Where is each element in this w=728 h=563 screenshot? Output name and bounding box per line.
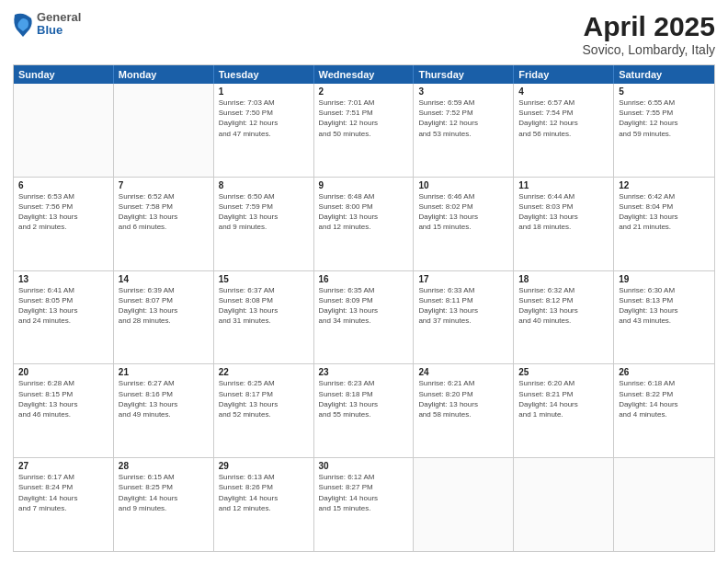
day-info-6: Sunrise: 6:53 AM Sunset: 7:56 PM Dayligh…: [18, 191, 108, 233]
day-number-12: 12: [619, 180, 710, 190]
calendar: SundayMondayTuesdayWednesdayThursdayFrid…: [13, 64, 715, 552]
empty-cell-0-1: [114, 84, 214, 177]
day-cell-5: 5Sunrise: 6:55 AM Sunset: 7:55 PM Daylig…: [614, 84, 714, 177]
day-cell-29: 29Sunrise: 6:13 AM Sunset: 8:26 PM Dayli…: [214, 458, 314, 551]
day-cell-18: 18Sunrise: 6:32 AM Sunset: 8:12 PM Dayli…: [514, 271, 614, 364]
header-cell-wednesday: Wednesday: [314, 65, 415, 84]
header-cell-thursday: Thursday: [414, 65, 514, 84]
calendar-row-3: 20Sunrise: 6:28 AM Sunset: 8:15 PM Dayli…: [14, 364, 714, 458]
day-info-2: Sunrise: 7:01 AM Sunset: 7:51 PM Dayligh…: [319, 98, 409, 139]
day-info-16: Sunrise: 6:35 AM Sunset: 8:09 PM Dayligh…: [319, 285, 409, 327]
day-cell-16: 16Sunrise: 6:35 AM Sunset: 8:09 PM Dayli…: [314, 271, 415, 364]
day-info-3: Sunrise: 6:59 AM Sunset: 7:52 PM Dayligh…: [418, 98, 508, 139]
day-cell-14: 14Sunrise: 6:39 AM Sunset: 8:07 PM Dayli…: [114, 271, 214, 364]
day-cell-11: 11Sunrise: 6:44 AM Sunset: 8:03 PM Dayli…: [514, 178, 614, 270]
day-cell-19: 19Sunrise: 6:30 AM Sunset: 8:13 PM Dayli…: [614, 271, 714, 364]
day-cell-23: 23Sunrise: 6:23 AM Sunset: 8:18 PM Dayli…: [314, 364, 415, 457]
day-info-18: Sunrise: 6:32 AM Sunset: 8:12 PM Dayligh…: [518, 285, 609, 327]
day-info-22: Sunrise: 6:25 AM Sunset: 8:17 PM Dayligh…: [219, 378, 309, 419]
page: General Blue April 2025 Sovico, Lombardy…: [0, 0, 728, 563]
day-number-15: 15: [219, 274, 309, 284]
day-cell-17: 17Sunrise: 6:33 AM Sunset: 8:11 PM Dayli…: [414, 271, 514, 364]
day-cell-3: 3Sunrise: 6:59 AM Sunset: 7:52 PM Daylig…: [414, 84, 514, 177]
day-cell-15: 15Sunrise: 6:37 AM Sunset: 8:08 PM Dayli…: [214, 271, 314, 364]
day-info-25: Sunrise: 6:20 AM Sunset: 8:21 PM Dayligh…: [518, 378, 609, 419]
day-number-16: 16: [319, 274, 409, 284]
day-cell-26: 26Sunrise: 6:18 AM Sunset: 8:22 PM Dayli…: [614, 364, 714, 457]
day-info-10: Sunrise: 6:46 AM Sunset: 8:02 PM Dayligh…: [418, 191, 508, 233]
day-cell-12: 12Sunrise: 6:42 AM Sunset: 8:04 PM Dayli…: [614, 178, 714, 270]
calendar-row-4: 27Sunrise: 6:17 AM Sunset: 8:24 PM Dayli…: [14, 458, 714, 551]
day-number-23: 23: [319, 367, 409, 377]
header-cell-monday: Monday: [114, 65, 214, 84]
day-cell-30: 30Sunrise: 6:12 AM Sunset: 8:27 PM Dayli…: [314, 458, 415, 551]
day-number-22: 22: [219, 367, 309, 377]
day-number-6: 6: [18, 180, 108, 190]
day-number-28: 28: [119, 461, 209, 471]
day-info-8: Sunrise: 6:50 AM Sunset: 7:59 PM Dayligh…: [219, 191, 309, 233]
logo-text: General Blue: [37, 11, 81, 38]
logo: General Blue: [13, 11, 81, 38]
day-number-24: 24: [418, 367, 508, 377]
header-cell-saturday: Saturday: [614, 65, 714, 84]
header-cell-tuesday: Tuesday: [214, 65, 314, 84]
day-info-28: Sunrise: 6:15 AM Sunset: 8:25 PM Dayligh…: [119, 472, 209, 513]
day-number-5: 5: [619, 86, 710, 97]
day-number-30: 30: [319, 461, 409, 471]
main-title: April 2025: [583, 11, 715, 42]
header: General Blue April 2025 Sovico, Lombardy…: [13, 11, 715, 57]
day-number-19: 19: [619, 274, 710, 284]
day-cell-9: 9Sunrise: 6:48 AM Sunset: 8:00 PM Daylig…: [314, 178, 415, 270]
empty-cell-4-5: [514, 458, 614, 551]
day-cell-22: 22Sunrise: 6:25 AM Sunset: 8:17 PM Dayli…: [214, 364, 314, 457]
day-info-24: Sunrise: 6:21 AM Sunset: 8:20 PM Dayligh…: [418, 378, 508, 419]
day-cell-2: 2Sunrise: 7:01 AM Sunset: 7:51 PM Daylig…: [314, 84, 415, 177]
day-info-29: Sunrise: 6:13 AM Sunset: 8:26 PM Dayligh…: [219, 472, 309, 513]
day-cell-24: 24Sunrise: 6:21 AM Sunset: 8:20 PM Dayli…: [414, 364, 514, 457]
day-info-17: Sunrise: 6:33 AM Sunset: 8:11 PM Dayligh…: [418, 285, 508, 327]
subtitle: Sovico, Lombardy, Italy: [583, 42, 715, 57]
day-info-14: Sunrise: 6:39 AM Sunset: 8:07 PM Dayligh…: [119, 285, 209, 327]
calendar-body: 1Sunrise: 7:03 AM Sunset: 7:50 PM Daylig…: [14, 84, 714, 551]
day-info-7: Sunrise: 6:52 AM Sunset: 7:58 PM Dayligh…: [119, 191, 209, 233]
day-number-25: 25: [518, 367, 609, 377]
calendar-row-0: 1Sunrise: 7:03 AM Sunset: 7:50 PM Daylig…: [14, 84, 714, 178]
day-cell-10: 10Sunrise: 6:46 AM Sunset: 8:02 PM Dayli…: [414, 178, 514, 270]
empty-cell-4-6: [614, 458, 714, 551]
day-info-13: Sunrise: 6:41 AM Sunset: 8:05 PM Dayligh…: [18, 285, 108, 327]
day-info-21: Sunrise: 6:27 AM Sunset: 8:16 PM Dayligh…: [119, 378, 209, 419]
logo-icon: [13, 11, 33, 37]
day-number-4: 4: [518, 86, 609, 97]
empty-cell-4-4: [414, 458, 514, 551]
day-info-19: Sunrise: 6:30 AM Sunset: 8:13 PM Dayligh…: [619, 285, 710, 327]
day-cell-13: 13Sunrise: 6:41 AM Sunset: 8:05 PM Dayli…: [14, 271, 114, 364]
title-block: April 2025 Sovico, Lombardy, Italy: [583, 11, 715, 57]
day-number-2: 2: [319, 86, 409, 97]
day-number-18: 18: [518, 274, 609, 284]
day-info-23: Sunrise: 6:23 AM Sunset: 8:18 PM Dayligh…: [319, 378, 409, 419]
day-number-9: 9: [319, 180, 409, 190]
day-number-20: 20: [18, 367, 108, 377]
day-info-5: Sunrise: 6:55 AM Sunset: 7:55 PM Dayligh…: [619, 98, 710, 139]
day-info-15: Sunrise: 6:37 AM Sunset: 8:08 PM Dayligh…: [219, 285, 309, 327]
day-number-14: 14: [119, 274, 209, 284]
day-info-1: Sunrise: 7:03 AM Sunset: 7:50 PM Dayligh…: [219, 98, 309, 139]
day-info-26: Sunrise: 6:18 AM Sunset: 8:22 PM Dayligh…: [619, 378, 710, 419]
calendar-row-2: 13Sunrise: 6:41 AM Sunset: 8:05 PM Dayli…: [14, 271, 714, 365]
day-number-17: 17: [418, 274, 508, 284]
day-number-13: 13: [18, 274, 108, 284]
day-cell-4: 4Sunrise: 6:57 AM Sunset: 7:54 PM Daylig…: [514, 84, 614, 177]
logo-blue-text: Blue: [37, 24, 81, 37]
day-number-1: 1: [219, 86, 309, 97]
day-number-27: 27: [18, 461, 108, 471]
day-info-4: Sunrise: 6:57 AM Sunset: 7:54 PM Dayligh…: [518, 98, 609, 139]
day-number-7: 7: [119, 180, 209, 190]
day-cell-7: 7Sunrise: 6:52 AM Sunset: 7:58 PM Daylig…: [114, 178, 214, 270]
header-cell-sunday: Sunday: [14, 65, 114, 84]
day-cell-8: 8Sunrise: 6:50 AM Sunset: 7:59 PM Daylig…: [214, 178, 314, 270]
day-info-11: Sunrise: 6:44 AM Sunset: 8:03 PM Dayligh…: [518, 191, 609, 233]
day-number-8: 8: [219, 180, 309, 190]
calendar-header-row: SundayMondayTuesdayWednesdayThursdayFrid…: [14, 65, 714, 84]
day-cell-28: 28Sunrise: 6:15 AM Sunset: 8:25 PM Dayli…: [114, 458, 214, 551]
day-info-20: Sunrise: 6:28 AM Sunset: 8:15 PM Dayligh…: [18, 378, 108, 419]
